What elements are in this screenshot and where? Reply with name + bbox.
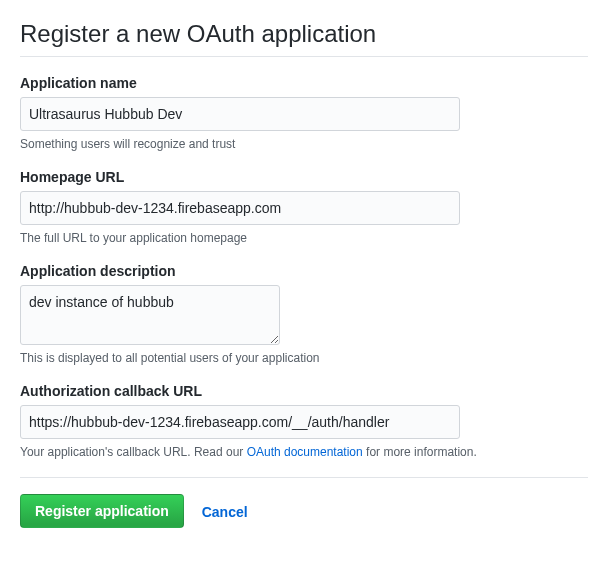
- application-name-input[interactable]: [20, 97, 460, 131]
- application-description-label: Application description: [20, 263, 588, 279]
- application-name-label: Application name: [20, 75, 588, 91]
- application-description-help: This is displayed to all potential users…: [20, 351, 588, 365]
- homepage-url-input[interactable]: [20, 191, 460, 225]
- callback-url-input[interactable]: [20, 405, 460, 439]
- field-homepage-url: Homepage URL The full URL to your applic…: [20, 169, 588, 245]
- callback-help-prefix: Your application's callback URL. Read ou…: [20, 445, 247, 459]
- homepage-url-label: Homepage URL: [20, 169, 588, 185]
- register-application-button[interactable]: Register application: [20, 494, 184, 528]
- page-title: Register a new OAuth application: [20, 20, 588, 57]
- callback-url-label: Authorization callback URL: [20, 383, 588, 399]
- cancel-link[interactable]: Cancel: [202, 504, 248, 520]
- callback-help-suffix: for more information.: [363, 445, 477, 459]
- field-application-description: Application description This is displaye…: [20, 263, 588, 365]
- form-actions: Register application Cancel: [20, 477, 588, 528]
- application-description-input[interactable]: [20, 285, 280, 345]
- homepage-url-help: The full URL to your application homepag…: [20, 231, 588, 245]
- application-name-help: Something users will recognize and trust: [20, 137, 588, 151]
- field-callback-url: Authorization callback URL Your applicat…: [20, 383, 588, 459]
- callback-url-help: Your application's callback URL. Read ou…: [20, 445, 588, 459]
- field-application-name: Application name Something users will re…: [20, 75, 588, 151]
- oauth-documentation-link[interactable]: OAuth documentation: [247, 445, 363, 459]
